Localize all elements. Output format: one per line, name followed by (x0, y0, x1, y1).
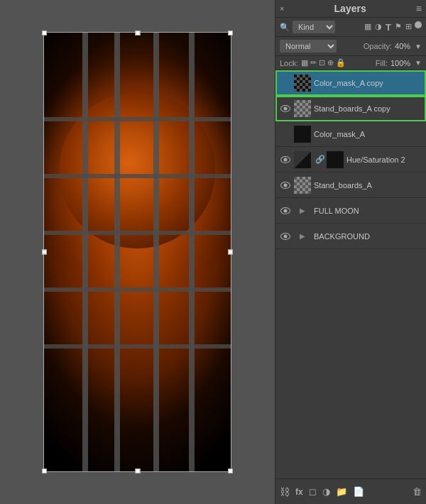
delete-layer-button[interactable]: 🗑 (413, 486, 422, 497)
canvas-wrapper (43, 32, 231, 472)
new-fill-adjustment-button[interactable]: ◑ (322, 486, 330, 497)
layers-list: Color_mask_A copyStand_boards_A copyColo… (275, 70, 426, 478)
lock-move-icon[interactable]: ⊕ (327, 58, 334, 67)
panel-title: Layers (334, 3, 366, 14)
layer-thumb-stand-boards-a (294, 177, 311, 194)
kind-select[interactable]: Kind (293, 21, 335, 33)
panel-top-bar: × Layers ≡ (275, 0, 426, 18)
layer-name-color-mask-a: Color_mask_A (314, 130, 422, 138)
handle-bottom-left[interactable] (42, 469, 47, 473)
panel-close-button[interactable]: × (280, 4, 284, 13)
layer-thumb-hue-saturation-2-1 (294, 151, 311, 168)
add-fx-button[interactable]: fx (295, 487, 303, 497)
layer-item-color-mask-a[interactable]: Color_mask_A (275, 121, 426, 147)
kind-icons: ▦ ◑ T ⚑ ⊞ (364, 21, 422, 33)
add-mask-button[interactable]: ◻ (309, 486, 317, 497)
handle-top-right[interactable] (228, 31, 233, 35)
layer-thumb-stand-boards-a-copy (294, 100, 311, 117)
new-group-button[interactable]: 📁 (336, 486, 347, 497)
handle-bottom-mid[interactable] (135, 469, 140, 473)
layer-thumb-background: ▶ (294, 228, 311, 245)
layers-panel: × Layers ≡ 🔍 Kind ▦ ◑ T ⚑ ⊞ Normal Opaci… (275, 0, 426, 504)
eye-icon-stand-boards-a (280, 182, 290, 189)
blend-mode-select[interactable]: Normal (280, 40, 337, 53)
lock-icons: ▦ ✏ ⊡ ⊕ 🔒 (301, 58, 346, 67)
layer-visibility-stand-boards-a[interactable] (280, 180, 291, 191)
lock-artboard-icon[interactable]: ⊡ (319, 58, 325, 67)
panel-menu-button[interactable]: ≡ (416, 3, 422, 14)
lock-row: Lock: ▦ ✏ ⊡ ⊕ 🔒 Fill: 100% ▼ (275, 56, 426, 70)
layer-item-stand-boards-a-copy[interactable]: Stand_boards_A copy (275, 96, 426, 121)
new-layer-button[interactable]: 📄 (353, 486, 364, 497)
layer-item-full-moon[interactable]: ▶ FULL MOON (275, 198, 426, 224)
eye-icon-hue-saturation-2 (280, 156, 290, 163)
fill-arrow: ▼ (415, 59, 422, 67)
layer-visibility-hue-saturation-2[interactable] (280, 154, 291, 165)
handle-top-mid[interactable] (135, 31, 140, 35)
layer-name-stand-boards-a: Stand_boards_A (314, 181, 422, 190)
lock-all-icon[interactable]: 🔒 (336, 58, 346, 67)
selection-box (43, 32, 231, 472)
kind-shape-icon[interactable]: ⚑ (394, 21, 403, 33)
eye-icon-background (280, 233, 290, 240)
lock-label: Lock: (280, 59, 298, 67)
layer-item-hue-saturation-2[interactable]: 🔗Hue/Saturation 2 (275, 147, 426, 172)
kind-filter-row: 🔍 Kind ▦ ◑ T ⚑ ⊞ (275, 18, 426, 37)
opacity-value: 40% (395, 42, 410, 50)
fill-value: 100% (390, 59, 410, 67)
layer-thumb-color-mask-a (294, 126, 311, 143)
link-layers-button[interactable]: ⛓ (280, 486, 290, 498)
canvas-area (0, 0, 275, 504)
handle-mid-left[interactable] (42, 250, 47, 255)
opacity-label: Opacity: (364, 42, 392, 50)
lock-position-icon[interactable]: ✏ (310, 58, 317, 67)
eye-icon-full-moon (280, 207, 290, 214)
kind-pixel-icon[interactable]: ▦ (364, 21, 372, 33)
layer-visibility-color-mask-a[interactable] (280, 128, 291, 140)
lock-pixels-icon[interactable]: ▦ (301, 58, 308, 67)
layer-visibility-full-moon[interactable] (280, 205, 291, 217)
handle-mid-right[interactable] (228, 250, 233, 255)
layer-thumb-hue-saturation-2-2 (327, 151, 344, 168)
kind-type-icon[interactable]: T (385, 21, 392, 33)
handle-bottom-right[interactable] (228, 469, 233, 473)
layer-item-background[interactable]: ▶ BACKGROUND (275, 224, 426, 249)
layer-name-hue-saturation-2: Hue/Saturation 2 (346, 155, 422, 164)
layer-name-stand-boards-a-copy: Stand_boards_A copy (314, 104, 422, 113)
layer-visibility-color-mask-a-copy[interactable] (280, 77, 291, 89)
layer-item-color-mask-a-copy[interactable]: Color_mask_A copy (275, 70, 426, 96)
layer-thumb-full-moon: ▶ (294, 202, 311, 219)
opacity-arrow: ▼ (415, 43, 422, 50)
layer-visibility-stand-boards-a-copy[interactable] (280, 103, 291, 114)
kind-circle-icon[interactable] (415, 21, 422, 28)
search-icon: 🔍 (280, 23, 290, 32)
layer-name-color-mask-a-copy: Color_mask_A copy (314, 79, 422, 87)
layer-link-hue-saturation-2: 🔗 (315, 155, 325, 164)
eye-icon-stand-boards-a-copy (280, 105, 290, 112)
layer-thumb-color-mask-a-copy (294, 75, 311, 92)
layer-name-full-moon: FULL MOON (314, 207, 422, 215)
kind-adjustment-icon[interactable]: ◑ (374, 21, 383, 33)
layer-name-background: BACKGROUND (314, 232, 422, 241)
fill-label: Fill: (376, 59, 388, 67)
layer-visibility-background[interactable] (280, 231, 291, 242)
panel-footer: ⛓ fx ◻ ◑ 📁 📄 🗑 (275, 478, 426, 504)
blend-opacity-row: Normal Opacity: 40% ▼ (275, 37, 426, 56)
layer-item-stand-boards-a[interactable]: Stand_boards_A (275, 172, 426, 198)
kind-smart-icon[interactable]: ⊞ (405, 21, 413, 33)
handle-top-left[interactable] (42, 31, 47, 35)
